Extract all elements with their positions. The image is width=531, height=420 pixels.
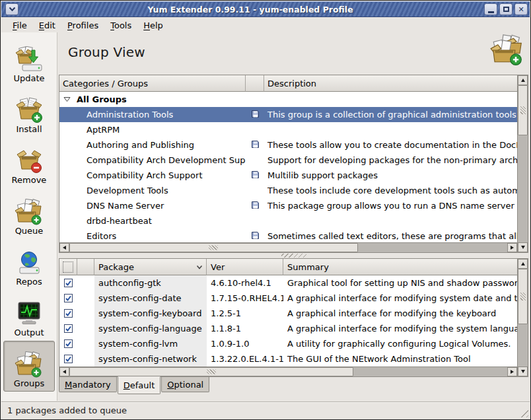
scroll-up-button[interactable]: [518, 259, 528, 269]
group-row-compat-arch-dev-support[interactable]: Compatibility Arch Development Support S…: [59, 153, 517, 168]
scroll-right-button[interactable]: [507, 367, 517, 376]
update-icon: [15, 46, 44, 73]
titlebar[interactable]: Yum Extender 0.99.11 - yum-enabled Profi…: [1, 1, 530, 17]
package-name: system-config-date: [94, 291, 207, 306]
group-tree-hscrollbar[interactable]: [59, 242, 517, 252]
tab-optional[interactable]: Optional: [161, 377, 209, 392]
window-menu-button[interactable]: [5, 3, 18, 15]
package-checkbox[interactable]: [64, 339, 73, 348]
group-row-compat-arch-support[interactable]: Compatibility Arch Support Multilib supp…: [59, 168, 517, 183]
resize-grip[interactable]: [519, 408, 528, 417]
menu-profiles[interactable]: Profiles: [61, 19, 104, 32]
package-name: system-config-language: [94, 321, 207, 336]
group-row-dns-name-server[interactable]: DNS Name Server This package group allow…: [59, 198, 517, 213]
group-tree-vscrollbar[interactable]: [517, 75, 528, 252]
scroll-down-button[interactable]: [518, 367, 528, 376]
sort-descending-icon: [194, 265, 203, 269]
group-row-authoring-and-publishing[interactable]: Authoring and Publishing These tools all…: [59, 137, 517, 153]
vscrollbar-thumb[interactable]: [518, 269, 528, 324]
package-row-system-config-network[interactable]: system-config-network 1.3.22.0.EL.4.1-1 …: [59, 351, 517, 367]
close-button[interactable]: ✕: [514, 3, 528, 15]
installed-floppy-icon: [251, 110, 260, 120]
column-header-categories[interactable]: Categories / Groups: [59, 75, 246, 92]
package-list-header: Package Ver Summary: [59, 259, 517, 275]
package-row-system-config-date[interactable]: system-config-date 1.7.15-0.RHEL4.1 A gr…: [59, 291, 517, 306]
sidebar-item-queue[interactable]: Queue: [3, 188, 55, 239]
arrow-right-icon: [511, 246, 514, 250]
maximize-icon: [503, 7, 509, 12]
maximize-button[interactable]: [499, 3, 513, 15]
sidebar-item-install[interactable]: Install: [3, 87, 55, 137]
hscrollbar-thumb[interactable]: [69, 243, 358, 252]
column-header-installed[interactable]: [246, 75, 264, 92]
sidebar-item-repos[interactable]: Repos: [3, 239, 55, 290]
package-checkbox[interactable]: [64, 324, 73, 333]
column-header-spacer[interactable]: [77, 259, 94, 275]
menu-file[interactable]: File: [7, 19, 33, 32]
group-row-drbd-heartbeat[interactable]: drbd-heartbeat: [59, 213, 517, 228]
remove-icon: [15, 148, 44, 174]
group-tree-header: Categories / Groups Description: [59, 75, 517, 92]
package-checkbox[interactable]: [64, 309, 73, 318]
tab-mandatory[interactable]: Mandatory: [59, 377, 117, 392]
minimize-button[interactable]: [484, 3, 497, 15]
pane-splitter[interactable]: [59, 253, 528, 258]
package-name: authconfig-gtk: [94, 275, 207, 291]
scroll-left-button[interactable]: [59, 243, 69, 252]
package-summary: A graphical interface for modifying syst…: [283, 291, 517, 306]
package-summary: A graphical interface for modifying the …: [283, 306, 517, 321]
scroll-left-button[interactable]: [59, 367, 69, 376]
tab-default[interactable]: Default: [118, 376, 161, 394]
package-summary: Graphical tool for setting up NIS and sh…: [283, 275, 517, 291]
scroll-down-button[interactable]: [518, 242, 528, 252]
group-row-all-groups[interactable]: All Groups: [59, 92, 517, 107]
sidebar-item-update[interactable]: Update: [3, 36, 55, 87]
chevron-down-icon: [9, 7, 16, 12]
group-tree-rows: All Groups Administration Tools This gro…: [59, 92, 517, 242]
scroll-right-button[interactable]: [507, 243, 517, 252]
package-version: 1.1.8-1: [207, 321, 283, 336]
expander-open-icon[interactable]: [63, 96, 71, 102]
arrow-up-icon: [521, 262, 525, 265]
column-header-checkbox[interactable]: [59, 259, 77, 275]
sidebar: Update Install: [1, 32, 57, 401]
sidebar-label-groups: Groups: [14, 378, 44, 388]
group-row-aptrpm[interactable]: AptRPM: [59, 122, 517, 137]
package-row-authconfig-gtk[interactable]: authconfig-gtk 4.6.10-rhel4.1 Graphical …: [59, 275, 517, 291]
package-checkbox[interactable]: [64, 294, 73, 302]
sidebar-item-remove[interactable]: Remove: [3, 137, 55, 188]
arrow-left-icon: [63, 370, 66, 374]
group-description: This group is a collection of graphical …: [264, 107, 517, 122]
group-description: This package group allows you to run a D…: [264, 198, 517, 213]
group-row-editors[interactable]: Editors Sometimes called text editors, t…: [59, 228, 517, 242]
sidebar-item-groups[interactable]: Groups: [3, 341, 55, 392]
sidebar-label-output: Output: [14, 328, 44, 337]
hscrollbar-thumb[interactable]: [69, 367, 353, 376]
vscrollbar-thumb[interactable]: [518, 85, 528, 135]
group-label: Compatibility Arch Development Support: [59, 153, 246, 168]
installed-floppy-icon: [251, 170, 260, 181]
package-row-system-config-language[interactable]: system-config-language 1.1.8-1 A graphic…: [59, 321, 517, 336]
sidebar-label-remove: Remove: [12, 175, 47, 185]
column-header-package[interactable]: Package: [94, 259, 207, 275]
scroll-up-button[interactable]: [518, 75, 528, 85]
menu-help[interactable]: Help: [137, 19, 169, 32]
sidebar-label-repos: Repos: [16, 277, 42, 287]
package-row-system-config-keyboard[interactable]: system-config-keyboard 1.2.5-1 A graphic…: [59, 306, 517, 321]
column-header-description[interactable]: Description: [264, 75, 517, 92]
sidebar-item-output[interactable]: Output: [3, 290, 55, 341]
main-content: Group View Categories / Groups Descri: [57, 32, 530, 401]
column-header-summary[interactable]: Summary: [283, 259, 517, 275]
package-row-system-config-lvm[interactable]: system-config-lvm 1.0.9-1.0 A utility fo…: [59, 336, 517, 351]
sidebar-label-queue: Queue: [15, 226, 44, 236]
package-version: 1.0.9-1.0: [207, 336, 283, 351]
package-checkbox[interactable]: [64, 279, 73, 287]
group-row-administration-tools[interactable]: Administration Tools This group is a col…: [59, 107, 517, 122]
package-checkbox[interactable]: [64, 355, 73, 363]
menu-tools[interactable]: Tools: [104, 19, 137, 32]
column-header-ver[interactable]: Ver: [207, 259, 283, 275]
group-row-development-tools[interactable]: Development Tools These tools include co…: [59, 183, 517, 198]
package-list-hscrollbar[interactable]: [59, 367, 517, 376]
package-list-vscrollbar[interactable]: [517, 259, 528, 376]
menu-edit[interactable]: Edit: [33, 19, 61, 32]
